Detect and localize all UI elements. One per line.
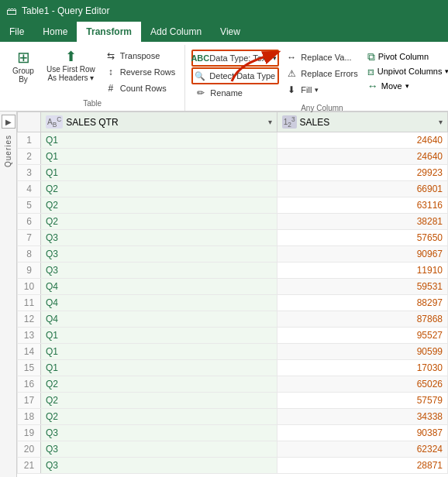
sales-cell: 87868	[277, 311, 447, 328]
menu-transform[interactable]: Transform	[77, 22, 141, 42]
menu-home[interactable]: Home	[33, 22, 77, 42]
menu-bar: File Home Transform Add Column View	[0, 22, 448, 42]
sales-cell: 90599	[277, 344, 447, 360]
replace-errors-button[interactable]: ⚠ Replace Errors	[282, 66, 360, 81]
table-row[interactable]: 3Q129923	[18, 165, 448, 181]
queries-label: Queries	[4, 135, 12, 167]
menu-view[interactable]: View	[211, 22, 250, 42]
qtr-cell: Q1	[41, 132, 277, 149]
sales-type-icon: 123	[282, 115, 297, 129]
col-header-sales-qtr[interactable]: ABC SALES QTR ▾	[41, 112, 277, 132]
row-number-cell: 4	[18, 181, 41, 197]
replace-values-button[interactable]: ↔ Replace Va...	[282, 50, 360, 65]
row-number-cell: 5	[18, 197, 41, 214]
sales-cell: 63116	[277, 197, 447, 214]
table-row[interactable]: 12Q487868	[18, 311, 448, 328]
data-type-button[interactable]: ABC Data Type: Text ▾	[191, 50, 279, 67]
table-row[interactable]: 18Q234338	[18, 409, 448, 425]
unpivot-icon: ⧈	[367, 66, 374, 77]
qtr-cell: Q3	[41, 425, 277, 441]
table-row[interactable]: 4Q266901	[18, 181, 448, 197]
move-button[interactable]: ↔ Move ▾	[364, 79, 448, 93]
move-label: Move	[381, 81, 402, 91]
data-type-dropdown[interactable]: ▾	[273, 54, 277, 62]
group-by-label: GroupBy	[12, 67, 34, 84]
qtr-cell: Q1	[41, 328, 277, 344]
qtr-cell: Q1	[41, 360, 277, 376]
qtr-cell: Q3	[41, 263, 277, 279]
rename-button[interactable]: ✏ Rename	[191, 85, 279, 101]
reverse-rows-icon: ↕	[105, 66, 117, 78]
fill-icon: ⬇	[285, 84, 298, 96]
table-row[interactable]: 9Q311910	[18, 263, 448, 279]
sales-qtr-filter-btn[interactable]: ▾	[268, 118, 272, 126]
sales-cell: 57650	[277, 230, 447, 246]
table-row[interactable]: 2Q124640	[18, 149, 448, 165]
table-row[interactable]: 14Q190599	[18, 344, 448, 360]
table-row[interactable]: 20Q362324	[18, 441, 448, 458]
qtr-cell: Q1	[41, 344, 277, 360]
table-row[interactable]: 17Q257579	[18, 393, 448, 409]
unpivot-columns-button[interactable]: ⧈ Unpivot Columns ▾	[364, 64, 448, 78]
sales-filter-btn[interactable]: ▾	[439, 118, 443, 126]
data-table: ABC SALES QTR ▾ 123 SALES ▾ 1	[17, 112, 448, 474]
detect-data-type-icon: 🔍	[194, 70, 206, 82]
sales-cell: 90967	[277, 246, 447, 263]
table-row[interactable]: 7Q357650	[18, 230, 448, 246]
row-number-cell: 3	[18, 165, 41, 181]
table-row[interactable]: 11Q488297	[18, 295, 448, 311]
small-btns-group: ⇆ Transpose ↕ Reverse Rows # Count Rows	[102, 48, 179, 96]
table-row[interactable]: 10Q459531	[18, 279, 448, 295]
any-column-group-label: Any Column	[301, 101, 343, 112]
fill-button[interactable]: ⬇ Fill ▾	[282, 82, 360, 98]
grid-container: ▶ Queries ABC SALES QTR ▾	[0, 112, 448, 477]
menu-add-column[interactable]: Add Column	[141, 22, 211, 42]
reverse-rows-button[interactable]: ↕ Reverse Rows	[102, 64, 179, 80]
replace-values-label: Replace Va...	[301, 53, 351, 62]
table-body: 1Q1246402Q1246403Q1299234Q2669015Q263116…	[18, 132, 448, 474]
sales-cell: 65026	[277, 376, 447, 393]
group-by-button[interactable]: ⊞ GroupBy	[6, 48, 40, 85]
ribbon: ⊞ GroupBy ⬆ Use First RowAs Headers ▾ ⇆ …	[0, 42, 448, 112]
any-col-mid-btns: ↔ Replace Va... ⚠ Replace Errors ⬇ Fill …	[282, 48, 360, 98]
count-rows-label: Count Rows	[120, 84, 167, 93]
title-bar: 🗃 Table1 - Query Editor	[0, 0, 448, 22]
table-row[interactable]: 6Q238281	[18, 214, 448, 230]
transpose-icon: ⇆	[105, 50, 117, 62]
col-header-sales[interactable]: 123 SALES ▾	[277, 112, 447, 132]
table-row[interactable]: 21Q328871	[18, 458, 448, 474]
data-grid[interactable]: ABC SALES QTR ▾ 123 SALES ▾ 1	[17, 112, 448, 477]
transpose-button[interactable]: ⇆ Transpose	[102, 48, 179, 63]
use-first-row-label: Use First RowAs Headers ▾	[47, 65, 95, 82]
sales-cell: 59531	[277, 279, 447, 295]
pivot-label: Pivot Column	[378, 52, 429, 61]
sales-cell: 88297	[277, 295, 447, 311]
use-first-row-button[interactable]: ⬆ Use First RowAs Headers ▾	[43, 48, 98, 84]
sales-cell: 62324	[277, 441, 447, 458]
table-row[interactable]: 1Q124640	[18, 132, 448, 149]
sales-qtr-type-icon: ABC	[46, 115, 63, 129]
menu-file[interactable]: File	[0, 22, 33, 42]
table-row[interactable]: 19Q390387	[18, 425, 448, 441]
table-row[interactable]: 8Q390967	[18, 246, 448, 263]
pivot-column-button[interactable]: ⧉ Pivot Column	[364, 50, 448, 63]
move-dropdown[interactable]: ▾	[405, 82, 409, 90]
row-number-cell: 16	[18, 376, 41, 393]
sales-cell: 17030	[277, 360, 447, 376]
expand-button[interactable]: ▶	[2, 115, 16, 129]
use-first-row-icon: ⬆	[65, 50, 77, 63]
qtr-cell: Q4	[41, 295, 277, 311]
detect-data-type-button[interactable]: 🔍 Detect Data Type	[191, 67, 279, 84]
ribbon-group-any-column: ABC Data Type: Text ▾ 🔍 Detect Data Type…	[185, 45, 448, 111]
unpivot-dropdown[interactable]: ▾	[445, 67, 448, 75]
qtr-cell: Q2	[41, 197, 277, 214]
table-row[interactable]: 5Q263116	[18, 197, 448, 214]
fill-dropdown[interactable]: ▾	[315, 86, 319, 94]
rename-icon: ✏	[195, 87, 207, 99]
table-row[interactable]: 13Q195527	[18, 328, 448, 344]
qtr-cell: Q3	[41, 441, 277, 458]
move-icon: ↔	[367, 81, 378, 91]
table-row[interactable]: 15Q117030	[18, 360, 448, 376]
count-rows-button[interactable]: # Count Rows	[102, 81, 179, 96]
table-row[interactable]: 16Q265026	[18, 376, 448, 393]
